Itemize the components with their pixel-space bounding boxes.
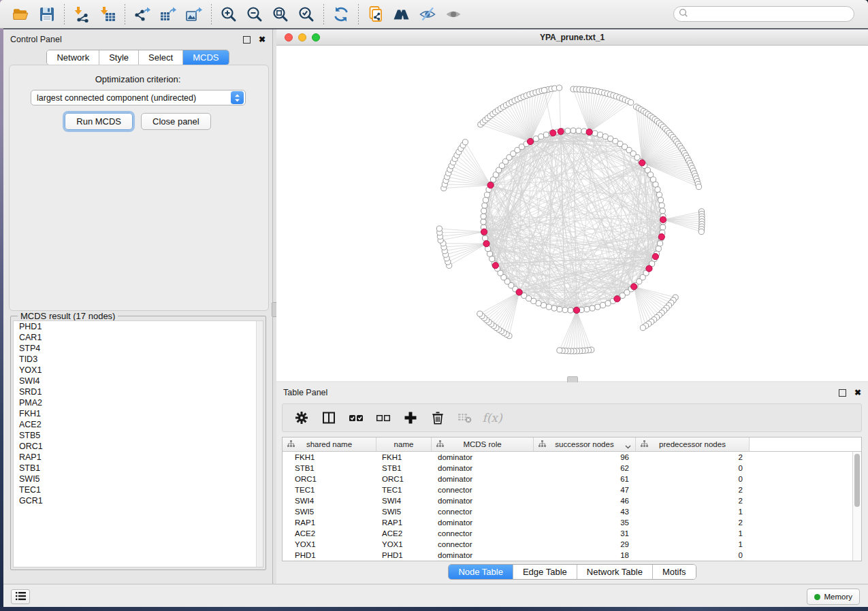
export-table-icon[interactable] [155,3,181,25]
cell-mcds-role[interactable]: connector [432,529,534,538]
tab-network[interactable]: Network [47,50,99,65]
import-table-icon[interactable] [95,3,120,25]
memory-button[interactable]: Memory [807,589,860,605]
export-network-icon[interactable] [129,3,155,25]
close-table-panel-icon[interactable]: ✖ [854,390,861,396]
cell-mcds-role[interactable]: dominator [432,464,534,472]
cell-predecessor-nodes[interactable]: 0 [636,464,750,472]
cell-name[interactable]: TEC1 [376,486,432,494]
cell-name[interactable]: FKH1 [376,453,432,461]
cell-mcds-role[interactable]: dominator [432,497,534,505]
cell-mcds-role[interactable]: connector [432,508,534,516]
cell-predecessor-nodes[interactable]: 0 [636,551,750,559]
mcds-result-item[interactable]: RAP1 [14,452,263,463]
cell-successor-nodes[interactable]: 43 [534,508,636,516]
table-row[interactable]: PHD1PHD1dominator180 [283,550,861,561]
cell-successor-nodes[interactable]: 29 [534,540,636,548]
search-box[interactable] [673,6,854,22]
settings-icon[interactable] [293,410,310,426]
tab-style[interactable]: Style [99,50,139,65]
float-panel-icon[interactable] [243,36,251,44]
cell-name[interactable]: YOX1 [376,540,432,548]
save-icon[interactable] [34,3,60,25]
mcds-result-item[interactable]: STB1 [14,463,263,474]
cell-name[interactable]: ACE2 [376,529,432,538]
cell-name[interactable]: SWI5 [376,508,432,516]
mcds-result-item[interactable]: ACE2 [14,419,263,430]
deselect-all-icon[interactable] [375,410,391,426]
mcds-result-item[interactable]: PHD1 [14,321,263,332]
column-header-MCDS-role[interactable]: MCDS role [432,437,534,451]
tab-mcds[interactable]: MCDS [183,50,228,65]
cell-mcds-role[interactable]: connector [432,486,534,494]
cell-shared-name[interactable]: ORC1 [283,475,376,483]
cell-name[interactable]: STB1 [376,464,432,472]
mcds-result-item[interactable]: YOX1 [14,365,263,376]
mcds-result-list[interactable]: PHD1CAR1STP4TID3YOX1SWI4SRD1PMA2FKH1ACE2… [13,320,263,567]
tab-network-table[interactable]: Network Table [577,565,653,579]
mcds-result-item[interactable]: STB5 [14,430,263,441]
zoom-in-icon[interactable] [216,3,242,25]
zoom-out-icon[interactable] [242,3,268,25]
refresh-icon[interactable] [328,3,354,25]
mcds-result-item[interactable]: PMA2 [14,397,263,408]
cell-name[interactable]: PHD1 [376,551,432,559]
table-row[interactable]: SWI5SWI5connector431 [283,506,861,517]
table-row[interactable]: TEC1TEC1connector472 [283,484,861,495]
cell-successor-nodes[interactable]: 96 [534,453,636,461]
table-scrollbar[interactable] [852,452,861,561]
table-scrollbar-thumb[interactable] [854,454,860,507]
network-canvas[interactable] [276,46,868,382]
mcds-result-item[interactable]: FKH1 [14,408,263,419]
table-row[interactable]: SWI4SWI4dominator462 [283,495,861,506]
cell-mcds-role[interactable]: dominator [432,453,534,461]
cell-shared-name[interactable]: SWI5 [283,508,376,516]
cell-successor-nodes[interactable]: 18 [534,551,636,559]
network-graph[interactable] [276,46,868,382]
cell-predecessor-nodes[interactable]: 2 [636,486,750,494]
open-file-icon[interactable] [8,3,34,25]
cell-successor-nodes[interactable]: 62 [534,464,636,472]
float-table-panel-icon[interactable] [839,389,846,397]
table-row[interactable]: YOX1YOX1connector291 [283,539,861,550]
cell-name[interactable]: ORC1 [376,475,432,483]
mcds-result-item[interactable]: ORC1 [14,441,263,452]
cell-shared-name[interactable]: FKH1 [283,453,376,461]
run-mcds-button[interactable]: Run MCDS [65,113,133,130]
eye-slash-icon[interactable] [415,3,440,25]
cell-successor-nodes[interactable]: 31 [534,529,636,538]
cell-predecessor-nodes[interactable]: 1 [636,540,750,548]
tab-node-table[interactable]: Node Table [449,565,513,579]
column-header-successor-nodes[interactable]: successor nodes [534,437,636,451]
select-all-icon[interactable] [348,410,364,426]
network-window-titlebar[interactable]: YPA_prune.txt_1 [276,29,868,46]
eye-icon[interactable] [440,3,466,25]
mcds-result-item[interactable]: SRD1 [14,386,263,397]
cell-mcds-role[interactable]: connector [432,540,534,548]
cell-shared-name[interactable]: STB1 [283,464,376,472]
mcds-result-item[interactable]: TEC1 [14,484,263,495]
column-header-name[interactable]: name [376,437,432,451]
cell-shared-name[interactable]: YOX1 [283,540,376,548]
mcds-result-item[interactable]: STP4 [14,343,263,354]
cell-successor-nodes[interactable]: 61 [534,475,636,483]
column-view-icon[interactable] [321,410,337,426]
cell-name[interactable]: SWI4 [376,497,432,505]
table-row[interactable]: STB1STB1dominator620 [283,463,861,474]
mcds-result-item[interactable]: CAR1 [14,332,263,343]
cell-shared-name[interactable]: RAP1 [283,518,376,527]
tab-select[interactable]: Select [139,50,183,65]
cell-predecessor-nodes[interactable]: 2 [636,497,750,505]
column-header-predecessor-nodes[interactable]: predecessor nodes [636,437,750,451]
column-header-shared-name[interactable]: shared name [283,437,376,451]
cell-shared-name[interactable]: TEC1 [283,486,376,494]
optimization-criterion-select[interactable]: largest connected component (undirected) [31,90,246,105]
cell-successor-nodes[interactable]: 46 [534,497,636,505]
close-panel-icon[interactable]: ✖ [259,37,266,43]
cell-shared-name[interactable]: PHD1 [283,551,376,559]
cell-successor-nodes[interactable]: 47 [534,486,636,494]
search-input[interactable] [688,10,854,19]
cell-predecessor-nodes[interactable]: 1 [636,529,750,538]
mcds-result-item[interactable]: TID3 [14,354,263,365]
binoculars-icon[interactable] [389,3,415,25]
